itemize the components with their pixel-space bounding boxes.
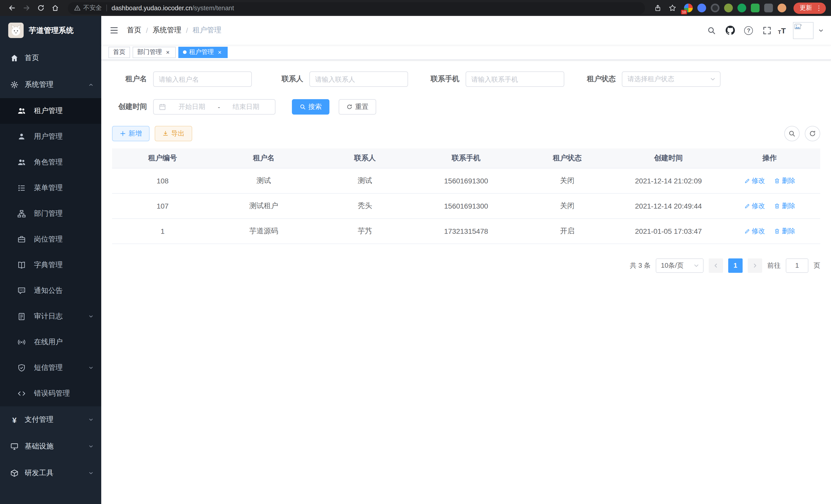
app-logo[interactable]: 芋道管理系统 xyxy=(0,16,101,45)
extension-icon[interactable] xyxy=(738,4,746,12)
cell-actions: 修改 删除 xyxy=(719,218,820,243)
sidebar-item-label: 菜单管理 xyxy=(34,183,63,192)
fullscreen-icon[interactable] xyxy=(759,23,775,38)
toggle-search-button[interactable] xyxy=(784,126,800,141)
sidebar-item-home[interactable]: 首页 xyxy=(0,45,101,71)
browser-toolbar: 不安全 dashboard.yudao.iocoder.cn /system/t… xyxy=(0,0,831,16)
edit-icon xyxy=(744,178,750,184)
table-row[interactable]: 1 芋道源码 芋艿 17321315478 开启 2021-01-05 17:0… xyxy=(112,218,820,243)
delete-link[interactable]: 删除 xyxy=(774,201,795,210)
table-row[interactable]: 108 测试 测试 15601691300 关闭 2021-12-14 21:0… xyxy=(112,168,820,193)
sidebar-item-post[interactable]: 岗位管理 xyxy=(0,227,101,252)
col-header-status: 租户状态 xyxy=(517,148,618,168)
sidebar-item-notice[interactable]: 通知公告 xyxy=(0,278,101,304)
refresh-icon xyxy=(346,104,352,110)
create-time-range-picker[interactable]: 开始日期 - 结束日期 xyxy=(153,99,276,115)
avatar[interactable] xyxy=(793,22,813,39)
tenant-status-select[interactable]: 请选择租户状态 xyxy=(622,71,720,87)
address-bar[interactable]: 不安全 dashboard.yudao.iocoder.cn /system/t… xyxy=(68,2,645,14)
sidebar-item-tenant[interactable]: 租户管理 xyxy=(0,98,101,124)
share-icon[interactable] xyxy=(651,1,664,14)
extension-icon[interactable] xyxy=(751,4,760,12)
tab-label: 首页 xyxy=(113,48,125,57)
breadcrumb-home[interactable]: 首页 xyxy=(127,26,141,35)
url-host: dashboard.yudao.iocoder.cn xyxy=(112,4,192,11)
profile-avatar-icon[interactable] xyxy=(778,4,786,12)
close-icon[interactable]: × xyxy=(165,49,171,56)
extension-icon[interactable] xyxy=(697,4,706,12)
search-icon xyxy=(789,130,796,137)
delete-link[interactable]: 删除 xyxy=(774,176,795,185)
sidebar-item-online[interactable]: 在线用户 xyxy=(0,329,101,355)
tab-home[interactable]: 首页 xyxy=(109,47,130,58)
more-menu-icon[interactable]: ⋮ xyxy=(815,5,822,11)
download-icon xyxy=(163,130,169,137)
help-icon[interactable]: ? xyxy=(741,23,756,38)
sidebar-item-audit[interactable]: 审计日志 xyxy=(0,304,101,329)
add-button[interactable]: 新增 xyxy=(112,126,149,141)
reset-button-label: 重置 xyxy=(355,102,369,112)
forward-icon[interactable] xyxy=(20,1,33,14)
collapse-sidebar-icon[interactable] xyxy=(101,16,127,45)
home-icon[interactable] xyxy=(48,1,62,14)
sidebar-item-pay[interactable]: ¥ 支付管理 xyxy=(0,406,101,433)
goto-page-input[interactable] xyxy=(786,258,808,272)
sidebar-item-dict[interactable]: 字典管理 xyxy=(0,252,101,278)
next-page-button[interactable] xyxy=(748,258,762,272)
sidebar-item-infra[interactable]: 基础设施 xyxy=(0,433,101,460)
sidebar-item-system[interactable]: 系统管理 xyxy=(0,71,101,98)
phone-input[interactable] xyxy=(466,71,564,87)
browser-update-button[interactable]: 更新 ⋮ xyxy=(794,2,826,13)
sidebar-item-label: 用户管理 xyxy=(34,132,63,141)
font-size-icon[interactable]: TT xyxy=(778,26,786,35)
security-warning[interactable]: 不安全 xyxy=(74,4,102,12)
edit-link[interactable]: 修改 xyxy=(744,226,765,236)
add-button-label: 新增 xyxy=(128,129,142,138)
edit-link[interactable]: 修改 xyxy=(744,176,765,185)
extension-icon[interactable] xyxy=(764,4,773,12)
bookmark-star-icon[interactable] xyxy=(665,1,679,14)
code-icon xyxy=(18,389,26,398)
reset-button[interactable]: 重置 xyxy=(339,99,376,115)
sidebar-item-menu[interactable]: 菜单管理 xyxy=(0,175,101,201)
breadcrumb-system[interactable]: 系统管理 xyxy=(153,26,181,35)
export-button[interactable]: 导出 xyxy=(155,126,192,141)
back-icon[interactable] xyxy=(5,1,19,14)
cell-name: 芋道源码 xyxy=(213,218,315,243)
table-row[interactable]: 107 测试租户 秃头 15601691300 关闭 2021-12-14 20… xyxy=(112,193,820,218)
page-number-button[interactable]: 1 xyxy=(728,258,743,272)
sidebar-item-errcode[interactable]: 错误码管理 xyxy=(0,381,101,406)
yen-icon: ¥ xyxy=(10,415,19,424)
edit-link[interactable]: 修改 xyxy=(744,201,765,210)
sidebar-item-tools[interactable]: 研发工具 xyxy=(0,460,101,486)
search-icon[interactable] xyxy=(704,23,719,38)
sidebar-item-sms[interactable]: 短信管理 xyxy=(0,355,101,381)
github-icon[interactable] xyxy=(722,23,738,38)
page-size-select[interactable]: 10条/页 xyxy=(656,258,704,272)
cell-phone: 17321315478 xyxy=(416,218,517,243)
tenant-name-input[interactable] xyxy=(153,71,252,87)
extension-icon[interactable]: 10 xyxy=(684,4,693,12)
extension-icon[interactable] xyxy=(724,4,733,12)
plus-icon xyxy=(120,130,126,137)
reload-icon[interactable] xyxy=(34,1,47,14)
close-icon[interactable]: × xyxy=(217,49,223,56)
tab-tenant[interactable]: 租户管理 × xyxy=(178,47,228,58)
sidebar-item-role[interactable]: 角色管理 xyxy=(0,149,101,175)
sidebar-item-dept[interactable]: 部门管理 xyxy=(0,201,101,227)
sidebar-item-user[interactable]: 用户管理 xyxy=(0,124,101,149)
refresh-table-button[interactable] xyxy=(805,126,820,141)
delete-link[interactable]: 删除 xyxy=(774,226,795,236)
start-date-placeholder: 开始日期 xyxy=(168,102,216,112)
tab-dept[interactable]: 部门管理 × xyxy=(133,47,176,58)
cell-id: 1 xyxy=(112,218,213,243)
extension-icon[interactable] xyxy=(711,4,719,12)
sidebar-item-label: 审计日志 xyxy=(34,312,63,321)
date-separator: - xyxy=(218,103,220,111)
table-toolbar: 新增 导出 xyxy=(112,126,820,141)
prev-page-button[interactable] xyxy=(709,258,723,272)
sidebar-item-label: 基础设施 xyxy=(25,442,53,451)
contact-input[interactable] xyxy=(309,71,408,87)
chevron-down-icon[interactable] xyxy=(818,28,824,33)
search-button[interactable]: 搜索 xyxy=(292,99,329,115)
